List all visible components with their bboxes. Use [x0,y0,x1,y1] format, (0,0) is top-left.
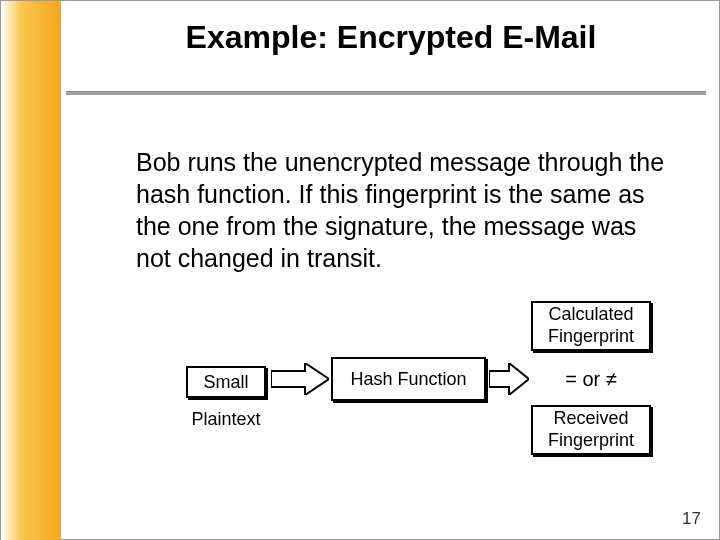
title-container: Example: Encrypted E-Mail [111,19,671,56]
equals-label: = or ≠ [565,368,617,391]
diagram: Calculated Fingerprint Small Plaintext H… [136,301,696,471]
sidebar-gradient [1,1,61,540]
box-small: Small [186,366,266,398]
recv-line2: Fingerprint [548,430,634,452]
box-calculated-fingerprint: Calculated Fingerprint [531,301,651,351]
box-equals-or-not: = or ≠ [531,361,651,397]
arrow-icon [489,363,529,395]
slide-body-text: Bob runs the unencrypted message through… [136,146,676,274]
calc-line1: Calculated [548,304,633,326]
slide-title: Example: Encrypted E-Mail [111,19,671,56]
calc-line2: Fingerprint [548,326,634,348]
divider-line [66,91,706,95]
page-number: 17 [682,509,701,529]
recv-line1: Received [553,408,628,430]
box-received-fingerprint: Received Fingerprint [531,405,651,455]
hash-label: Hash Function [350,369,466,390]
svg-marker-0 [271,363,329,395]
small-label: Small [203,372,248,393]
slide: Example: Encrypted E-Mail Bob runs the u… [0,0,720,540]
svg-marker-1 [489,363,529,395]
arrow-icon [271,363,329,395]
plaintext-label: Plaintext [176,409,276,430]
box-hash-function: Hash Function [331,357,486,401]
